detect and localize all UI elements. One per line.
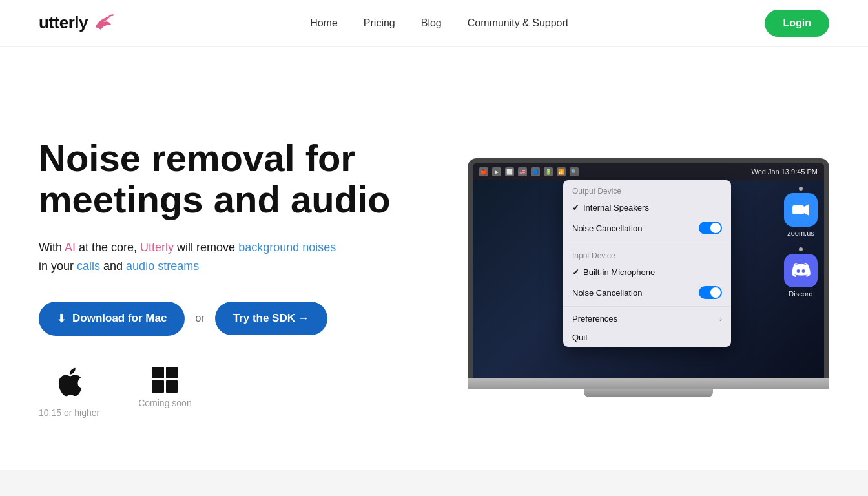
download-label: Download for Mac <box>72 312 167 325</box>
preferences-item[interactable]: Preferences › <box>563 309 731 328</box>
nav-blog[interactable]: Blog <box>421 17 442 29</box>
discord-pin <box>799 247 803 251</box>
windows-label: Coming soon <box>138 398 192 408</box>
toggle-knob-output <box>710 223 721 233</box>
laptop-wrapper: 🍎 ▶ ⬜ 🇺🇸 🔵 🔋 📶 🔍 Wed Jan 13 9:45 PM <box>468 158 829 397</box>
output-noise-label: Noise Cancellation <box>572 223 642 233</box>
navigation: utterly Home Pricing Blog Community & Su… <box>0 0 868 46</box>
input-mic-item[interactable]: ✓Built-in Microphone <box>563 263 731 282</box>
sdk-button[interactable]: Try the SDK → <box>215 302 327 335</box>
menu-icon3: 🇺🇸 <box>518 167 527 176</box>
nav-links: Home Pricing Blog Community & Support <box>310 17 568 29</box>
quit-item[interactable]: Quit <box>563 328 731 347</box>
menubar-icons: 🍎 ▶ ⬜ 🇺🇸 🔵 🔋 📶 🔍 <box>479 167 579 176</box>
menu-icon6: 📶 <box>557 167 566 176</box>
menu-icon5: 🔋 <box>544 167 553 176</box>
hero-ai-text: AI <box>65 241 76 254</box>
nav-community[interactable]: Community & Support <box>468 17 569 29</box>
discord-label: Discord <box>789 290 812 298</box>
output-noise-toggle[interactable] <box>699 222 722 234</box>
menu-icon1: ▶ <box>492 167 501 176</box>
platform-windows: Coming soon <box>138 367 192 408</box>
input-noise-toggle[interactable] <box>699 286 722 299</box>
laptop-screen: 🍎 ▶ ⬜ 🇺🇸 🔵 🔋 📶 🔍 Wed Jan 13 9:45 PM <box>473 163 824 378</box>
sdk-label: Try the SDK → <box>233 312 309 325</box>
platform-mac: 10.15 or higher <box>39 367 99 418</box>
toggle-knob-input <box>710 287 721 298</box>
divider-2 <box>563 306 731 307</box>
menu-icon7: 🔍 <box>570 167 579 176</box>
input-section-label: Input Device <box>563 245 731 263</box>
quit-label: Quit <box>572 333 588 342</box>
zoom-pin <box>799 187 803 191</box>
hero-buttons: ⬇ Download for Mac or Try the SDK → <box>39 302 413 336</box>
output-section-label: Output Device <box>563 180 731 198</box>
divider-1 <box>563 242 731 242</box>
login-button[interactable]: Login <box>765 10 829 37</box>
laptop-mockup: 🍎 ▶ ⬜ 🇺🇸 🔵 🔋 📶 🔍 Wed Jan 13 9:45 PM <box>468 158 829 397</box>
laptop-body: 🍎 ▶ ⬜ 🇺🇸 🔵 🔋 📶 🔍 Wed Jan 13 9:45 PM <box>468 158 829 378</box>
preferences-arrow-icon: › <box>719 315 722 324</box>
mac-menubar: 🍎 ▶ ⬜ 🇺🇸 🔵 🔋 📶 🔍 Wed Jan 13 9:45 PM <box>473 163 824 180</box>
desktop-icons: zoom.us Discord <box>784 187 818 298</box>
laptop-base <box>468 378 829 389</box>
menu-apple: 🍎 <box>479 167 488 176</box>
download-icon: ⬇ <box>57 312 66 326</box>
discord-icon: Discord <box>784 247 818 298</box>
logo[interactable]: utterly <box>39 13 114 34</box>
menu-icon4: 🔵 <box>531 167 540 176</box>
output-check-icon: ✓Internal Speakers <box>572 203 649 212</box>
hero-bg-text: background noises <box>238 241 336 254</box>
or-separator: or <box>195 313 204 324</box>
discord-badge <box>784 254 818 287</box>
svg-marker-1 <box>804 204 809 216</box>
zoom-icon: zoom.us <box>784 187 818 237</box>
hero-audio-text: audio streams <box>126 260 199 273</box>
mac-label: 10.15 or higher <box>39 408 99 418</box>
nav-home[interactable]: Home <box>310 17 338 29</box>
input-check-icon: ✓Built-in Microphone <box>572 267 655 277</box>
dropdown-menu: Output Device ✓Internal Speakers Noise C… <box>563 180 731 347</box>
apple-icon <box>56 367 82 402</box>
preferences-label: Preferences <box>572 314 617 324</box>
download-button[interactable]: ⬇ Download for Mac <box>39 302 185 336</box>
hero-title: Noise removal for meetings and audio <box>39 138 413 220</box>
bird-icon <box>90 13 114 34</box>
menu-icon2: ⬜ <box>505 167 514 176</box>
hero-subtitle: With AI at the core, Utterly will remove… <box>39 238 413 276</box>
brand-name: utterly <box>39 13 88 33</box>
footer-strip <box>0 470 868 496</box>
hero-calls-text: calls <box>77 260 100 273</box>
input-noise-label: Noise Cancellation <box>572 288 642 298</box>
svg-rect-0 <box>792 205 804 214</box>
hero-utterly-text: Utterly <box>140 241 174 254</box>
output-speakers-item[interactable]: ✓Internal Speakers <box>563 198 731 217</box>
menubar-time: Wed Jan 13 9:45 PM <box>751 168 818 176</box>
platform-row: 10.15 or higher Coming soon <box>39 367 413 418</box>
output-noise-item[interactable]: Noise Cancellation <box>563 217 731 239</box>
nav-pricing[interactable]: Pricing <box>364 17 395 29</box>
input-noise-item[interactable]: Noise Cancellation <box>563 282 731 304</box>
hero-section: Noise removal for meetings and audio Wit… <box>0 46 868 496</box>
zoom-label: zoom.us <box>787 229 814 237</box>
windows-icon <box>152 367 178 393</box>
hero-content: Noise removal for meetings and audio Wit… <box>39 138 413 417</box>
laptop-stand <box>584 389 713 397</box>
zoom-badge <box>784 193 818 227</box>
menubar-left: 🍎 ▶ ⬜ 🇺🇸 🔵 🔋 📶 🔍 <box>479 167 579 176</box>
